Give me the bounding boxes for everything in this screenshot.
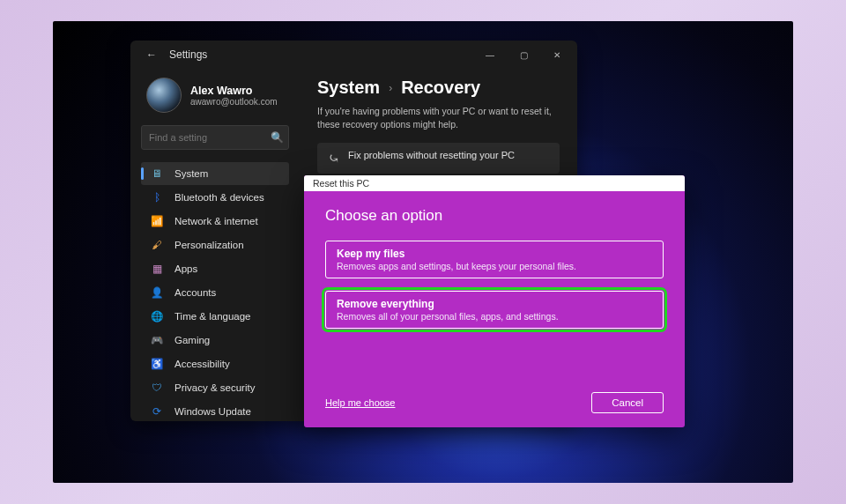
- nav-label: Apps: [174, 263, 197, 274]
- option-remove-everything[interactable]: Remove everything Removes all of your pe…: [325, 291, 664, 329]
- option-title: Keep my files: [337, 248, 652, 260]
- desktop-wallpaper: ← Settings — ▢ ✕ Alex Wawro awawro@outlo…: [53, 21, 793, 483]
- cancel-button[interactable]: Cancel: [591, 392, 664, 413]
- gamepad-icon: 🎮: [150, 334, 164, 346]
- nav-item-privacy[interactable]: 🛡 Privacy & security: [141, 376, 289, 399]
- dialog-heading: Choose an option: [325, 207, 664, 225]
- recovery-card[interactable]: ⤿ Fix problems without resetting your PC: [317, 143, 560, 174]
- nav-item-system[interactable]: 🖥 System: [141, 162, 289, 185]
- person-icon: 👤: [150, 286, 164, 299]
- nav-label: Time & language: [174, 311, 251, 322]
- nav-item-bluetooth[interactable]: ᛒ Bluetooth & devices: [141, 186, 289, 209]
- nav-item-time[interactable]: 🌐 Time & language: [141, 305, 289, 328]
- accessibility-icon: ♿: [150, 358, 164, 370]
- paintbrush-icon: 🖌: [150, 240, 164, 250]
- update-icon: ⟳: [150, 405, 164, 418]
- minimize-button[interactable]: —: [473, 41, 507, 69]
- search-icon: 🔍: [271, 131, 284, 144]
- sidebar: Alex Wawro awawro@outlook.com 🔍 🖥 System…: [130, 69, 300, 421]
- apps-icon: ▦: [150, 263, 164, 275]
- nav-label: System: [174, 168, 208, 179]
- nav-item-accounts[interactable]: 👤 Accounts: [141, 281, 289, 304]
- nav: 🖥 System ᛒ Bluetooth & devices 📶 Network…: [141, 162, 289, 421]
- option-title: Remove everything: [337, 298, 652, 310]
- option-subtitle: Removes apps and settings, but keeps you…: [337, 261, 652, 271]
- window-titlebar: ← Settings — ▢ ✕: [130, 41, 577, 69]
- reset-pc-dialog: Reset this PC Choose an option Keep my f…: [304, 175, 685, 427]
- breadcrumb: System › Recovery: [317, 78, 560, 98]
- globe-icon: 🌐: [150, 310, 164, 322]
- nav-item-accessibility[interactable]: ♿ Accessibility: [141, 352, 289, 375]
- close-button[interactable]: ✕: [540, 41, 574, 69]
- search-box[interactable]: 🔍: [141, 125, 289, 150]
- nav-label: Accounts: [174, 287, 216, 298]
- maximize-button[interactable]: ▢: [507, 41, 540, 69]
- nav-label: Network & internet: [174, 216, 258, 226]
- wrench-icon: ⤿: [328, 150, 339, 167]
- card-title: Fix problems without resetting your PC: [348, 150, 515, 160]
- nav-label: Bluetooth & devices: [174, 192, 264, 203]
- avatar: [146, 78, 182, 113]
- user-name: Alex Wawro: [190, 85, 278, 97]
- shield-icon: 🛡: [150, 382, 164, 393]
- nav-label: Personalization: [174, 240, 244, 250]
- monitor-icon: 🖥: [150, 168, 164, 179]
- nav-label: Gaming: [174, 335, 210, 345]
- nav-item-gaming[interactable]: 🎮 Gaming: [141, 329, 289, 352]
- breadcrumb-root[interactable]: System: [317, 78, 380, 98]
- option-subtitle: Removes all of your personal files, apps…: [337, 311, 652, 322]
- user-email: awawro@outlook.com: [190, 97, 278, 107]
- app-title: Settings: [162, 48, 207, 61]
- account-block[interactable]: Alex Wawro awawro@outlook.com: [141, 69, 289, 125]
- option-keep-my-files[interactable]: Keep my files Removes apps and settings,…: [325, 241, 664, 278]
- wifi-icon: 📶: [150, 215, 164, 227]
- page-description: If you're having problems with your PC o…: [317, 105, 560, 130]
- window-controls: — ▢ ✕: [473, 41, 574, 69]
- nav-item-apps[interactable]: ▦ Apps: [141, 257, 289, 280]
- dialog-titlebar: Reset this PC: [304, 175, 685, 191]
- help-me-choose-link[interactable]: Help me choose: [325, 397, 396, 408]
- nav-item-network[interactable]: 📶 Network & internet: [141, 210, 289, 233]
- bluetooth-icon: ᛒ: [150, 192, 164, 203]
- chevron-right-icon: ›: [389, 82, 392, 94]
- back-button[interactable]: ←: [141, 45, 162, 64]
- nav-item-update[interactable]: ⟳ Windows Update: [141, 400, 289, 421]
- search-input[interactable]: [149, 132, 271, 143]
- breadcrumb-leaf: Recovery: [401, 78, 480, 98]
- nav-label: Accessibility: [174, 359, 230, 369]
- nav-label: Windows Update: [174, 406, 251, 417]
- nav-label: Privacy & security: [174, 382, 255, 393]
- nav-item-personalization[interactable]: 🖌 Personalization: [141, 233, 289, 256]
